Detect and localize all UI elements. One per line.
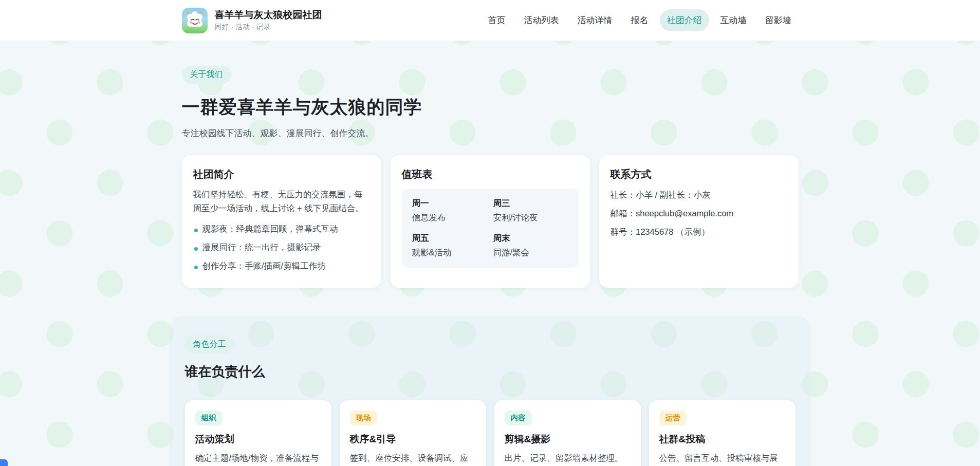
- duty-task: 安利/讨论夜: [493, 212, 568, 223]
- duty-day: 周末: [493, 233, 568, 244]
- contact-email: 邮箱：sheepclub@example.com: [611, 206, 787, 220]
- nav-item-home[interactable]: 首页: [481, 9, 513, 31]
- list-item: 漫展同行：统一出行，摄影记录: [193, 238, 370, 257]
- nav-item-club-intro[interactable]: 社团介绍: [660, 9, 709, 31]
- brand: 喜羊羊与灰太狼校园社团 同好 · 活动 · 记录: [182, 8, 322, 33]
- about-badge: 关于我们: [182, 66, 231, 84]
- duty-schedule-card-title: 值班表: [402, 167, 579, 181]
- role-card-planning: 组织 活动策划 确定主题/场地/物资，准备流程与时间线。: [185, 400, 331, 466]
- roles-section: 角色分工 谁在负责什么 组织 活动策划 确定主题/场地/物资，准备流程与时间线。…: [170, 316, 811, 466]
- role-title: 秩序&引导: [350, 433, 476, 446]
- duty-task: 同游/聚会: [493, 247, 568, 258]
- about-title: 一群爱喜羊羊与灰太狼的同学: [182, 95, 799, 119]
- duty-slot: 周末 同游/聚会: [493, 233, 568, 258]
- club-intro-text: 我们坚持轻松、有梗、无压力的交流氛围，每周至少一场活动，线上讨论 + 线下见面结…: [193, 188, 370, 215]
- main-content: 关于我们 一群爱喜羊羊与灰太狼的同学 专注校园线下活动、观影、漫展同行、创作交流…: [182, 41, 799, 466]
- duty-day: 周三: [493, 198, 568, 209]
- list-item: 观影夜：经典篇章回顾，弹幕式互动: [193, 220, 370, 238]
- contact-card: 联系方式 社长：小羊 / 副社长：小灰 邮箱：sheepclub@example…: [599, 155, 799, 288]
- site-header: 喜羊羊与灰太狼校园社团 同好 · 活动 · 记录 首页 活动列表 活动详情 报名…: [0, 0, 980, 41]
- site-title: 喜羊羊与灰太狼校园社团: [215, 9, 322, 21]
- about-subtitle: 专注校园线下活动、观影、漫展同行、创作交流。: [182, 127, 799, 139]
- club-intro-card: 社团简介 我们坚持轻松、有梗、无压力的交流氛围，每周至少一场活动，线上讨论 + …: [182, 155, 381, 288]
- contact-card-title: 联系方式: [611, 167, 787, 181]
- contact-leaders: 社长：小羊 / 副社长：小灰: [611, 188, 787, 202]
- role-card-content: 内容 剪辑&摄影 出片、记录、留影墙素材整理。: [494, 400, 641, 466]
- club-intro-card-title: 社团简介: [193, 167, 370, 181]
- role-tag: 组织: [195, 411, 223, 425]
- role-desc: 确定主题/场地/物资，准备流程与时间线。: [195, 451, 321, 466]
- duty-schedule-card: 值班表 周一 信息发布 周三 安利/讨论夜 周五 观影&活动: [391, 155, 590, 288]
- nav-item-activity-list[interactable]: 活动列表: [517, 9, 566, 31]
- role-title: 社群&投稿: [659, 433, 785, 446]
- role-desc: 签到、座位安排、设备调试、应急预案。: [350, 451, 476, 466]
- about-section: 关于我们 一群爱喜羊羊与灰太狼的同学 专注校园线下活动、观影、漫展同行、创作交流…: [182, 41, 799, 288]
- main-nav: 首页 活动列表 活动详情 报名 社团介绍 互动墙 留影墙: [481, 9, 799, 31]
- nav-item-activity-detail[interactable]: 活动详情: [570, 9, 620, 31]
- duty-task: 观影&活动: [412, 247, 487, 258]
- nav-item-interaction-wall[interactable]: 互动墙: [713, 9, 754, 31]
- roles-title: 谁在负责什么: [185, 363, 796, 381]
- site-subtitle: 同好 · 活动 · 记录: [215, 23, 322, 32]
- role-tag: 现场: [350, 411, 377, 425]
- role-card-operations: 运营 社群&投稿 公告、留言互动、投稿审核与展示。: [649, 400, 796, 466]
- duty-schedule-grid: 周一 信息发布 周三 安利/讨论夜 周五 观影&活动 周末 同游/聚会: [402, 189, 579, 268]
- sheep-logo-icon: [182, 8, 208, 33]
- duty-task: 信息发布: [412, 212, 487, 223]
- role-desc: 公告、留言互动、投稿审核与展示。: [659, 451, 785, 466]
- role-tag: 运营: [659, 411, 687, 425]
- club-intro-bullets: 观影夜：经典篇章回顾，弹幕式互动 漫展同行：统一出行，摄影记录 创作分享：手账/…: [193, 220, 370, 275]
- role-title: 活动策划: [195, 433, 321, 446]
- contact-group-number: 群号：12345678 （示例）: [611, 225, 787, 239]
- role-title: 剪辑&摄影: [505, 433, 631, 446]
- bottom-left-floating-button[interactable]: [0, 459, 8, 466]
- nav-item-photo-wall[interactable]: 留影墙: [758, 9, 799, 31]
- role-tag: 内容: [505, 411, 532, 425]
- role-card-onsite: 现场 秩序&引导 签到、座位安排、设备调试、应急预案。: [340, 400, 486, 466]
- roles-badge: 角色分工: [185, 335, 234, 353]
- list-item: 创作分享：手账/插画/剪辑工作坊: [193, 257, 370, 275]
- duty-slot: 周三 安利/讨论夜: [493, 198, 568, 223]
- nav-item-signup[interactable]: 报名: [624, 9, 656, 31]
- duty-day: 周五: [412, 233, 487, 244]
- duty-day: 周一: [412, 198, 487, 209]
- duty-slot: 周五 观影&活动: [412, 233, 487, 258]
- role-desc: 出片、记录、留影墙素材整理。: [505, 451, 631, 464]
- duty-slot: 周一 信息发布: [412, 198, 487, 223]
